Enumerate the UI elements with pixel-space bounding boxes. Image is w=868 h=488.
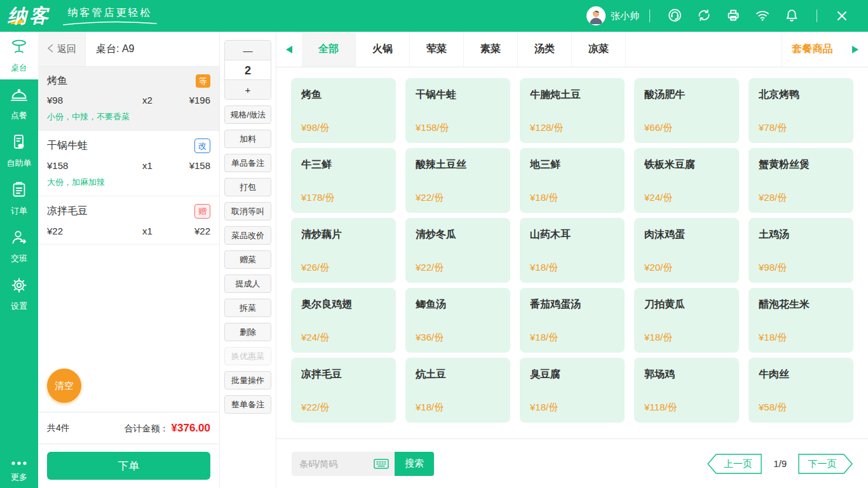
sidebar-item-tables[interactable]: 桌台 bbox=[0, 32, 38, 79]
menu-item-card[interactable]: 牛肉丝¥58/份 bbox=[749, 358, 853, 423]
menu-item-card[interactable]: 清炒藕片¥26/份 bbox=[291, 218, 396, 283]
tab-all[interactable]: 全部 bbox=[302, 32, 356, 67]
clear-order-button[interactable]: 清空 bbox=[47, 369, 81, 403]
keyboard-icon[interactable] bbox=[374, 458, 389, 469]
close-icon[interactable] bbox=[834, 8, 850, 24]
order-item-name: 烤鱼 bbox=[47, 74, 67, 88]
menu-item-name: 牛腩炖土豆 bbox=[530, 88, 614, 102]
search-button[interactable]: 搜索 bbox=[395, 452, 434, 476]
sidebar-item-label: 设置 bbox=[11, 301, 27, 312]
menu-item-price: ¥78/份 bbox=[759, 122, 843, 134]
menu-item-card[interactable]: 醋泡花生米¥18/份 bbox=[749, 288, 853, 353]
menu-item-name: 醋泡花生米 bbox=[759, 298, 843, 311]
order-item-qty: x1 bbox=[142, 226, 194, 236]
wifi-icon[interactable] bbox=[754, 7, 771, 24]
topbar-icon-group bbox=[660, 7, 806, 25]
menu-item-card[interactable]: 干锅牛蛙¥158/份 bbox=[405, 78, 510, 143]
menu-item-card[interactable]: 鲫鱼汤¥36/份 bbox=[405, 288, 510, 353]
sidebar-item-label: 订单 bbox=[11, 205, 27, 217]
bell-icon[interactable] bbox=[783, 7, 800, 24]
tab-soup[interactable]: 汤类 bbox=[518, 32, 572, 67]
order-item-row[interactable]: 干锅牛蛙改¥158x1¥158大份，加麻加辣 bbox=[38, 131, 219, 196]
topbar: 纳客 纳客管店更轻松 张小帅 bbox=[0, 0, 868, 32]
action-addon-button[interactable]: 加料 bbox=[224, 130, 271, 148]
tab-vegetable[interactable]: 素菜 bbox=[464, 32, 518, 67]
menu-item-card[interactable]: 地三鲜¥18/份 bbox=[520, 148, 625, 213]
menu-item-card[interactable]: 刀拍黄瓜¥18/份 bbox=[634, 288, 739, 353]
menu-item-card[interactable]: 炕土豆¥18/份 bbox=[405, 358, 510, 423]
total-label: 合计金额： bbox=[125, 423, 169, 435]
order-summary: 共4件 合计金额： ¥376.00 bbox=[38, 412, 219, 444]
orders-icon bbox=[10, 180, 29, 202]
menu-footer: 搜索 上一页 1/9 下一页 bbox=[276, 438, 868, 488]
menu-item-card[interactable]: 北京烤鸭¥78/份 bbox=[749, 78, 853, 143]
slogan-underline bbox=[62, 21, 158, 26]
menu-item-name: 干锅牛蛙 bbox=[416, 88, 500, 102]
menu-item-card[interactable]: 郭场鸡¥118/份 bbox=[634, 358, 739, 423]
order-item-row[interactable]: 烤鱼等¥98x2¥196小份，中辣，不要香菜 bbox=[38, 67, 219, 131]
menu-item-card[interactable]: 铁板米豆腐¥24/份 bbox=[634, 148, 739, 213]
menu-item-name: 酸辣土豆丝 bbox=[416, 158, 500, 172]
tab-meat[interactable]: 荤菜 bbox=[410, 32, 464, 67]
tabs-scroll-right-icon[interactable] bbox=[843, 32, 868, 67]
menu-item-price: ¥66/份 bbox=[644, 122, 729, 134]
sidebar-item-self-order[interactable]: 自助单 bbox=[0, 127, 38, 175]
action-cancel-wait-button[interactable]: 取消等叫 bbox=[224, 202, 271, 220]
menu-item-card[interactable]: 臭豆腐¥18/份 bbox=[520, 358, 625, 423]
printer-icon[interactable] bbox=[725, 7, 742, 24]
action-item-note-button[interactable]: 单品备注 bbox=[224, 154, 271, 172]
menu-item-card[interactable]: 凉拌毛豆¥22/份 bbox=[291, 358, 396, 423]
next-page-button[interactable]: 下一页 bbox=[798, 454, 853, 474]
menu-item-card[interactable]: 山药木耳¥18/份 bbox=[520, 218, 625, 283]
menu-item-name: 牛三鲜 bbox=[301, 158, 386, 172]
action-delete-button[interactable]: 删除 bbox=[224, 323, 271, 341]
menu-item-card[interactable]: 番茄鸡蛋汤¥18/份 bbox=[520, 288, 625, 353]
action-spec-button[interactable]: 规格/做法 bbox=[224, 105, 271, 124]
menu-item-card[interactable]: 奥尔良鸡翅¥24/份 bbox=[291, 288, 396, 353]
sidebar-item-more[interactable]: 更多 bbox=[0, 459, 38, 483]
menu-item-card[interactable]: 肉沫鸡蛋¥20/份 bbox=[634, 218, 739, 283]
sidebar-item-settings[interactable]: 设置 bbox=[0, 270, 38, 318]
avatar[interactable] bbox=[587, 6, 606, 25]
action-change-price-button[interactable]: 菜品改价 bbox=[224, 226, 271, 245]
tab-combo-products[interactable]: 套餐商品 bbox=[782, 32, 843, 67]
customer-service-icon[interactable] bbox=[667, 7, 683, 24]
menu-item-price: ¥22/份 bbox=[416, 262, 500, 274]
search-group: 搜索 bbox=[292, 452, 434, 476]
sidebar-item-handover[interactable]: 交班 bbox=[0, 222, 38, 270]
sidebar-item-ordering[interactable]: 点餐 bbox=[0, 79, 38, 127]
menu-item-price: ¥24/份 bbox=[301, 332, 386, 344]
menu-item-card[interactable]: 清炒冬瓜¥22/份 bbox=[405, 218, 510, 283]
action-pack-button[interactable]: 打包 bbox=[224, 178, 271, 196]
submit-order-button[interactable]: 下单 bbox=[47, 452, 210, 480]
menu-item-card[interactable]: 土鸡汤¥98/份 bbox=[749, 218, 853, 283]
menu-item-card[interactable]: 酸汤肥牛¥66/份 bbox=[634, 78, 739, 143]
order-item-row[interactable]: 凉拌毛豆赠¥22x1¥22 bbox=[38, 196, 219, 245]
tab-hotpot[interactable]: 火锅 bbox=[356, 32, 410, 67]
action-order-note-button[interactable]: 整单备注 bbox=[224, 395, 271, 414]
tab-cold[interactable]: 凉菜 bbox=[572, 32, 626, 67]
menu-item-card[interactable]: 酸辣土豆丝¥22/份 bbox=[405, 148, 510, 213]
quantity-minus-button[interactable]: — bbox=[225, 41, 271, 60]
menu-item-name: 牛肉丝 bbox=[759, 368, 843, 381]
prev-page-button[interactable]: 上一页 bbox=[707, 454, 762, 474]
modify-badge[interactable]: 改 bbox=[194, 139, 210, 153]
menu-item-card[interactable]: 烤鱼¥98/份 bbox=[291, 78, 396, 143]
order-item-note: 小份，中辣，不要香菜 bbox=[47, 111, 210, 123]
menu-item-price: ¥18/份 bbox=[530, 192, 614, 204]
action-split-dish-button[interactable]: 拆菜 bbox=[224, 299, 271, 317]
tabs-scroll-left-icon[interactable] bbox=[276, 32, 302, 67]
quantity-plus-button[interactable]: + bbox=[225, 80, 271, 99]
menu-item-name: 郭场鸡 bbox=[644, 368, 729, 381]
item-actions-panel: — 2 + 规格/做法加料单品备注打包取消等叫菜品改价赠菜提成人拆菜删除换优惠菜… bbox=[220, 32, 276, 488]
topbar-divider bbox=[649, 10, 650, 22]
sidebar-item-orders[interactable]: 订单 bbox=[0, 175, 38, 222]
menu-item-card[interactable]: 蟹黄粉丝煲¥28/份 bbox=[749, 148, 853, 213]
action-commission-button[interactable]: 提成人 bbox=[224, 274, 271, 293]
menu-item-card[interactable]: 牛腩炖土豆¥128/份 bbox=[520, 78, 625, 143]
back-button[interactable]: 返回 bbox=[38, 32, 86, 66]
menu-item-card[interactable]: 牛三鲜¥178/份 bbox=[291, 148, 396, 213]
action-gift-dish-button[interactable]: 赠菜 bbox=[224, 250, 271, 269]
action-batch-button[interactable]: 批量操作 bbox=[224, 371, 271, 390]
sync-icon[interactable] bbox=[696, 7, 712, 24]
